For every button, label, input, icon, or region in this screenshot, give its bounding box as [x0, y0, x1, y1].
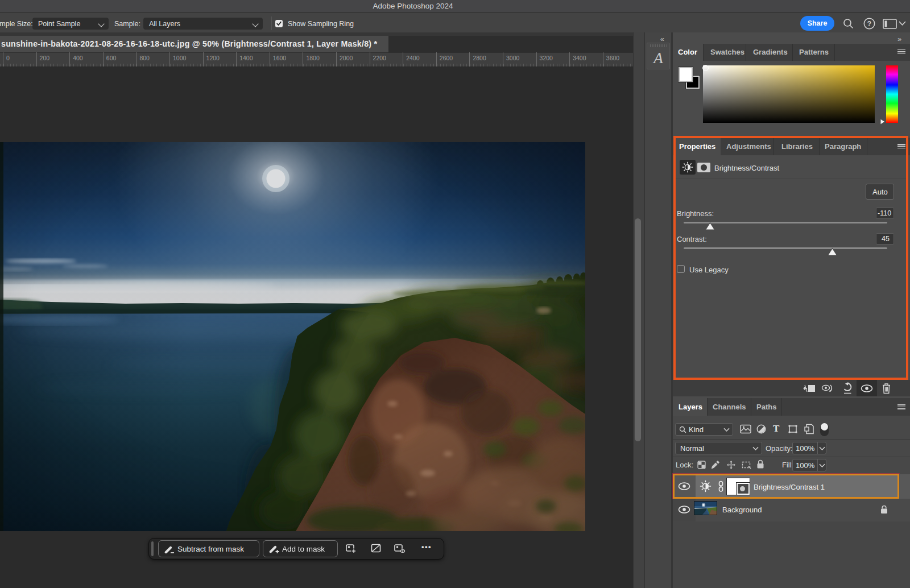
svg-text:?: ? — [867, 20, 871, 28]
